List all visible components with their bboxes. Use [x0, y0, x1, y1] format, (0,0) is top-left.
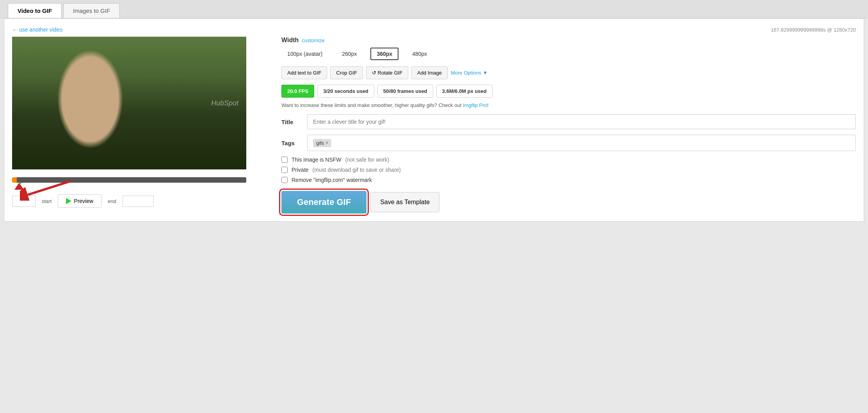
pro-promo-text: Want to increase these limits and make s… [281, 102, 856, 108]
tab-bar: Video to GIF Images to GIF [0, 0, 868, 18]
more-options-link[interactable]: More Options ▼ [451, 70, 488, 76]
video-preview: HubSpot [12, 37, 246, 169]
title-label: Title [281, 119, 301, 125]
start-label: start [42, 198, 52, 204]
save-template-button[interactable]: Save as Template [370, 192, 439, 212]
width-option-360[interactable]: 360px [370, 48, 398, 60]
nsfw-checkbox-item[interactable]: This image is NSFW (not safe for work) [281, 157, 856, 163]
fps-stat: 20.0 FPS [281, 85, 314, 98]
crop-gif-button[interactable]: Crop GIF [330, 66, 363, 79]
nsfw-sublabel: (not safe for work) [345, 157, 390, 163]
content-area: HubSpot [12, 37, 856, 214]
right-panel: Width customize 100px (avatar) 260px 360… [281, 37, 856, 214]
nsfw-checkbox[interactable] [281, 157, 288, 163]
width-options: 100px (avatar) 260px 360px 480px [281, 48, 856, 60]
end-label: end [108, 198, 116, 204]
width-option-260[interactable]: 260px [336, 48, 363, 60]
private-checkbox-item[interactable]: Private (must download gif to save or sh… [281, 167, 856, 173]
tab-images-to-gif[interactable]: Images to GIF [63, 3, 120, 18]
width-customize-link[interactable]: customize [302, 37, 325, 43]
tag-value: gifs [316, 140, 324, 146]
tags-label: Tags [281, 140, 301, 146]
watermark-label: Remove "imgflip.com" watermark [292, 177, 372, 183]
width-section: Width customize 100px (avatar) 260px 360… [281, 37, 856, 60]
tags-form-group: Tags gifs × [281, 135, 856, 151]
width-option-100[interactable]: 100px (avatar) [281, 48, 328, 60]
private-label: Private [292, 167, 309, 173]
svg-line-1 [28, 181, 71, 195]
stats-row: 20.0 FPS 3/20 seconds used 50/80 frames … [281, 85, 856, 98]
preview-button[interactable]: Preview [58, 194, 101, 208]
seconds-stat: 3/20 seconds used [317, 85, 374, 98]
video-info-row: ← use another video 167.829999999999998s… [12, 27, 856, 33]
generate-gif-button[interactable]: Generate GIF [281, 191, 366, 214]
pro-link[interactable]: Imgflip Pro [463, 102, 487, 108]
end-time-input[interactable]: 2.5 [123, 196, 154, 207]
private-checkbox[interactable] [281, 167, 288, 173]
add-image-button[interactable]: Add Image [411, 66, 448, 79]
title-form-group: Title [281, 114, 856, 129]
left-panel: HubSpot [12, 37, 270, 208]
back-link[interactable]: ← use another video [12, 27, 62, 33]
video-meta: 167.829999999999998s @ 1280x720 [771, 27, 856, 33]
action-row: Generate GIF Save as Template [281, 191, 856, 214]
preview-play-icon [66, 198, 71, 204]
tools-row: Add text to GIF Crop GIF ↺ Rotate GIF Ad… [281, 66, 856, 79]
title-input[interactable] [307, 114, 856, 129]
timeline-bar[interactable] [12, 177, 246, 183]
video-watermark: HubSpot [211, 99, 238, 107]
main-content: ← use another video 167.829999999999998s… [4, 18, 864, 222]
start-time-input[interactable]: 0 [12, 196, 36, 207]
width-option-480[interactable]: 480px [406, 48, 433, 60]
width-header: Width customize [281, 37, 856, 44]
nsfw-label: This image is NSFW [292, 157, 342, 163]
controls-row: 0 start Preview end 2.5 [12, 194, 270, 208]
pixels-stat: 3.6M/6.0M px used [436, 85, 493, 98]
checkbox-group: This image is NSFW (not safe for work) P… [281, 157, 856, 183]
rotate-gif-button[interactable]: ↺ Rotate GIF [366, 66, 408, 79]
timeline-area [12, 177, 270, 183]
timeline-red-marker[interactable] [14, 183, 24, 190]
pro-text-after: ! [487, 102, 489, 108]
tag-chip-gifs: gifs × [313, 139, 331, 147]
preview-label: Preview [74, 198, 93, 204]
pro-text-before: Want to increase these limits and make s… [281, 102, 463, 108]
page-wrapper: Video to GIF Images to GIF ← use another… [0, 0, 868, 413]
tags-input[interactable]: gifs × [307, 135, 856, 151]
watermark-checkbox-item[interactable]: Remove "imgflip.com" watermark [281, 177, 856, 183]
tag-remove-icon[interactable]: × [326, 140, 328, 146]
width-label: Width [281, 37, 299, 44]
tab-video-to-gif[interactable]: Video to GIF [8, 3, 62, 18]
add-text-button[interactable]: Add text to GIF [281, 66, 327, 79]
watermark-checkbox[interactable] [281, 177, 288, 183]
frames-stat: 50/80 frames used [377, 85, 433, 98]
private-sublabel: (must download gif to save or share) [313, 167, 401, 173]
